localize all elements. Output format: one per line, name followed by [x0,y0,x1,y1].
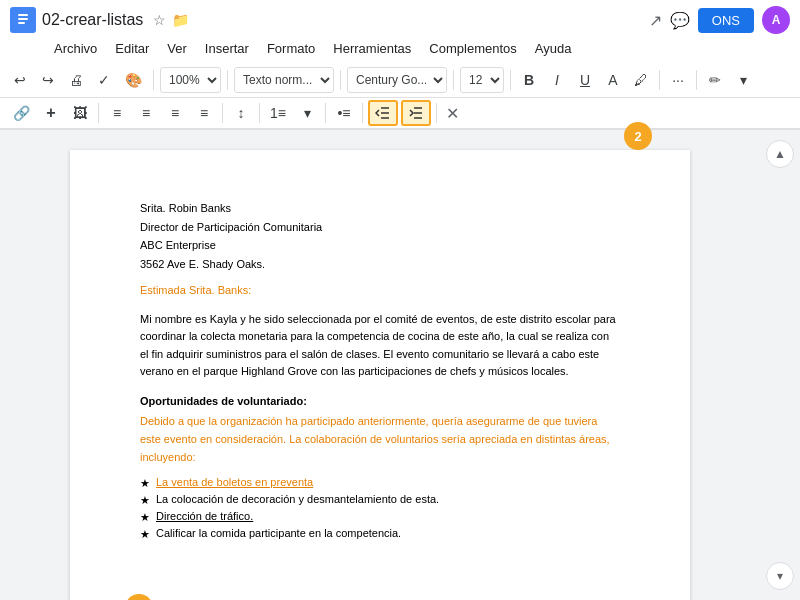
italic-button[interactable]: I [545,67,569,93]
divider6 [659,70,660,90]
list-item-1: ★ La venta de boletos en preventa [140,476,620,490]
divider5 [510,70,511,90]
font-select[interactable]: Century Go... [347,67,447,93]
menu-complementos[interactable]: Complementos [421,38,524,59]
divider-r2-5 [362,103,363,123]
close-toolbar-button[interactable]: ✕ [442,102,463,125]
undo-button[interactable]: ↩ [8,67,32,93]
address-line-1: Srita. Robin Banks [140,200,620,217]
list-item-3: ★ Dirección de tráfico. [140,510,620,524]
spell-check-button[interactable]: ✓ [92,67,116,93]
menu-bar: Archivo Editar Ver Insertar Formato Herr… [0,36,800,63]
body-paragraph-2: Debido a que la organización ha particip… [140,413,620,466]
address-line-4: 3562 Ave E. Shady Oaks. [140,256,620,273]
underline-button[interactable]: U [573,67,597,93]
font-size-select[interactable]: 12 [460,67,504,93]
decrease-indent-button[interactable] [368,100,398,126]
more-options-button[interactable]: ··· [666,67,690,93]
scroll-down-button[interactable]: ▾ [766,562,794,590]
bullet-star-3: ★ [140,511,150,524]
body-text-1: Mi nombre es Kayla y he sido seleccionad… [140,313,616,378]
body-text-2: Debido a que la organización ha particip… [140,415,610,462]
zoom-select[interactable]: 100% [160,67,221,93]
document-page: Srita. Robin Banks Director de Participa… [70,150,690,600]
numbered-list-button[interactable]: 1≡ [265,100,291,126]
highlight-button[interactable]: 🖊 [629,67,653,93]
toolbar-row2: 🔗 + 🖼 ≡ ≡ ≡ ≡ ↕ 1≡ ▾ •≡ [0,98,800,129]
menu-insertar[interactable]: Insertar [197,38,257,59]
badge-2: 2 [624,122,652,150]
doc-sidebar-right: ▲ ▾ [760,130,800,600]
document-area: Srita. Robin Banks Director de Participa… [0,130,800,600]
doc-title: 02-crear-listas [42,11,143,29]
comment-icon[interactable]: 💬 [670,11,690,30]
menu-ver[interactable]: Ver [159,38,195,59]
align-left-button[interactable]: ≡ [104,100,130,126]
bullet-list-button[interactable]: •≡ [331,100,357,126]
badge-2-wrapper: 2 [624,122,652,150]
line-spacing-button[interactable]: ↕ [228,100,254,126]
numbered-list-dropdown[interactable]: ▾ [294,100,320,126]
section-heading-block: Oportunidades de voluntariado: [140,391,620,410]
top-right-actions: ↗ 💬 ONS A [649,6,790,34]
menu-ayuda[interactable]: Ayuda [527,38,580,59]
justify-button[interactable]: ≡ [191,100,217,126]
scroll-up-button[interactable]: ▲ [766,140,794,168]
doc-icon [10,7,36,33]
list-item-1-text: La venta de boletos en preventa [156,476,313,488]
salutation: Estimada Srita. Banks: [140,282,620,299]
divider3 [340,70,341,90]
trending-icon[interactable]: ↗ [649,11,662,30]
body-paragraph-1: Mi nombre es Kayla y he sido seleccionad… [140,311,620,381]
image-button[interactable]: 🖼 [67,100,93,126]
list-item-3-text: Dirección de tráfico. [156,510,253,522]
svg-rect-3 [18,22,25,24]
increase-indent-button[interactable] [401,100,431,126]
divider4 [453,70,454,90]
add-button[interactable]: + [38,100,64,126]
address-line-3: ABC Enterprise [140,237,620,254]
star-icon[interactable]: ☆ [153,12,166,28]
print-button[interactable]: 🖨 [64,67,88,93]
address-line-2: Director de Participación Comunitaria [140,219,620,236]
menu-archivo[interactable]: Archivo [46,38,105,59]
title-row: 02-crear-listas ☆ 📁 ↗ 💬 ONS A [0,0,800,36]
menu-herramientas[interactable]: Herramientas [325,38,419,59]
link-button[interactable]: 🔗 [8,100,35,126]
menu-editar[interactable]: Editar [107,38,157,59]
divider7 [696,70,697,90]
edit-dropdown-button[interactable]: ▾ [731,67,755,93]
bullet-star-1: ★ [140,477,150,490]
section-heading: Oportunidades de voluntariado: [140,395,307,407]
bullet-star-4: ★ [140,528,150,541]
list-item-4-text: Calificar la comida participante en la c… [156,527,401,539]
share-button[interactable]: ONS [698,8,754,33]
divider-r2-6 [436,103,437,123]
paint-format-button[interactable]: 🎨 [120,67,147,93]
divider-r2-1 [98,103,99,123]
divider1 [153,70,154,90]
salutation-text: Estimada Srita. Banks: [140,282,620,299]
align-right-button[interactable]: ≡ [162,100,188,126]
folder-icon[interactable]: 📁 [172,12,189,28]
divider-r2-4 [325,103,326,123]
redo-button[interactable]: ↪ [36,67,60,93]
align-center-button[interactable]: ≡ [133,100,159,126]
editing-mode-button[interactable]: ✏ [703,67,727,93]
style-select[interactable]: Texto norm... [234,67,334,93]
list-item-4: ★ Calificar la comida participante en la… [140,527,620,541]
badge-1: 1 [125,594,153,600]
divider-r2-3 [259,103,260,123]
divider-r2-2 [222,103,223,123]
divider2 [227,70,228,90]
bold-button[interactable]: B [517,67,541,93]
avatar[interactable]: A [762,6,790,34]
menu-formato[interactable]: Formato [259,38,323,59]
list-item-2-text: La colocación de decoración y desmantela… [156,493,439,505]
document-scroll[interactable]: Srita. Robin Banks Director de Participa… [0,130,760,600]
bullet-star-2: ★ [140,494,150,507]
text-color-button[interactable]: A [601,67,625,93]
toolbar-row1: ↩ ↪ 🖨 ✓ 🎨 100% Texto norm... Century Go.… [0,63,800,98]
top-bar: 02-crear-listas ☆ 📁 ↗ 💬 ONS A Archivo Ed… [0,0,800,130]
list-item-2: ★ La colocación de decoración y desmante… [140,493,620,507]
